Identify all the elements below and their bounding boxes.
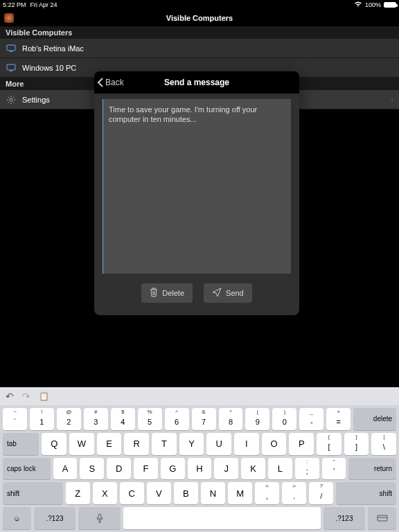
svg-rect-1 (10, 51, 12, 52)
gear-icon (6, 95, 17, 105)
clipboard-icon[interactable]: 📋 (39, 391, 49, 401)
key-T[interactable]: T (152, 433, 177, 455)
key-4[interactable]: $4 (111, 408, 135, 430)
key-7[interactable]: &7 (192, 408, 216, 430)
key-Y[interactable]: Y (179, 433, 204, 455)
page-title: Visible Computers (0, 14, 399, 22)
modal-header: Back Send a message (94, 71, 299, 94)
key-U[interactable]: U (206, 433, 231, 455)
svg-rect-2 (7, 64, 15, 70)
section-header-computers: Visible Computers (0, 26, 399, 39)
key-shift-right[interactable]: shift (336, 482, 396, 504)
key-M[interactable]: M (228, 482, 252, 504)
key-8[interactable]: *8 (219, 408, 243, 430)
key-N[interactable]: N (201, 482, 225, 504)
key-capslock[interactable]: caps lock (3, 458, 51, 480)
key-;[interactable]: :; (295, 458, 319, 480)
key-'[interactable]: "' (322, 458, 346, 480)
key-F[interactable]: F (134, 458, 158, 480)
send-message-modal: Back Send a message Delete Send (94, 71, 299, 315)
key-[[interactable]: {[ (317, 433, 342, 455)
key-S[interactable]: S (80, 458, 104, 480)
key-E[interactable]: E (97, 433, 122, 455)
key-J[interactable]: J (214, 458, 238, 480)
key-delete[interactable]: delete (353, 408, 396, 430)
key-tab[interactable]: tab (3, 433, 39, 455)
keyboard-toolbar: ↶ ↷ 📋 (0, 387, 399, 405)
key-P[interactable]: P (289, 433, 314, 455)
key-1[interactable]: !1 (30, 408, 54, 430)
key-,[interactable]: <, (255, 482, 279, 504)
key-9[interactable]: (9 (245, 408, 269, 430)
svg-rect-5 (98, 514, 101, 519)
monitor-icon (6, 64, 17, 72)
svg-rect-6 (378, 515, 387, 521)
undo-icon[interactable]: ↶ (6, 391, 14, 402)
key-W[interactable]: W (69, 433, 94, 455)
key-2[interactable]: @2 (57, 408, 81, 430)
key-X[interactable]: X (93, 482, 117, 504)
svg-point-4 (10, 98, 12, 101)
key-Q[interactable]: Q (42, 433, 66, 455)
list-item[interactable]: Rob's Retina iMac (0, 39, 399, 58)
key-B[interactable]: B (174, 482, 198, 504)
key-Z[interactable]: Z (66, 482, 90, 504)
delete-button[interactable]: Delete (141, 283, 193, 303)
monitor-icon (6, 44, 17, 53)
key--[interactable]: _- (299, 408, 323, 430)
key-][interactable]: }] (344, 433, 369, 455)
key-=[interactable]: += (326, 408, 351, 430)
battery-icon (384, 2, 396, 8)
key-dictate[interactable] (78, 507, 121, 529)
modal-actions: Delete Send (94, 274, 299, 315)
key-3[interactable]: #3 (84, 408, 108, 430)
battery-percent: 100% (365, 1, 381, 8)
key-emoji[interactable]: ☺ (3, 507, 31, 529)
status-time: 5:22 PM (3, 1, 26, 8)
key-A[interactable]: A (53, 458, 78, 480)
modal-title: Send a message (94, 78, 299, 87)
key-0[interactable]: )0 (272, 408, 296, 430)
list-item-label: Rob's Retina iMac (22, 44, 393, 53)
send-button[interactable]: Send (204, 283, 252, 303)
svg-rect-3 (10, 71, 12, 71)
key-V[interactable]: V (147, 482, 171, 504)
key-I[interactable]: I (234, 433, 259, 455)
list-item-label: Windows 10 PC (22, 64, 393, 72)
key-R[interactable]: R (124, 433, 149, 455)
nav-header: Visible Computers (0, 10, 399, 26)
trash-icon (150, 287, 158, 299)
key-O[interactable]: O (262, 433, 287, 455)
key-5[interactable]: %5 (138, 408, 162, 430)
send-label: Send (226, 289, 244, 297)
key-numswitch-right[interactable]: .?123 (323, 507, 366, 529)
key-/[interactable]: ?/ (309, 482, 333, 504)
key-shift-left[interactable]: shift (3, 482, 63, 504)
wifi-icon (354, 1, 362, 8)
key-D[interactable]: D (107, 458, 131, 480)
key-.[interactable]: >. (282, 482, 306, 504)
send-icon (212, 287, 222, 299)
redo-icon[interactable]: ↷ (22, 391, 30, 402)
message-textarea[interactable] (103, 99, 291, 274)
key-G[interactable]: G (161, 458, 185, 480)
key-hide-keyboard[interactable] (368, 507, 396, 529)
delete-label: Delete (162, 289, 184, 297)
key-\[interactable]: |\ (371, 433, 396, 455)
status-date: Fri Apr 24 (30, 1, 57, 8)
key-C[interactable]: C (120, 482, 144, 504)
key-return[interactable]: return (348, 458, 396, 480)
key-H[interactable]: H (188, 458, 212, 480)
key-`[interactable]: ~` (3, 408, 27, 430)
key-6[interactable]: ^6 (165, 408, 189, 430)
key-L[interactable]: L (268, 458, 292, 480)
key-space[interactable] (123, 507, 320, 529)
svg-rect-0 (7, 45, 15, 51)
key-K[interactable]: K (241, 458, 265, 480)
status-bar: 5:22 PM Fri Apr 24 100% (0, 0, 399, 10)
chevron-right-icon: › (391, 96, 393, 104)
key-numswitch-left[interactable]: .?123 (34, 507, 76, 529)
keyboard: ↶ ↷ 📋 ~`!1@2#3$4%5^6&7*8(9)0_-+=delete t… (0, 387, 399, 532)
